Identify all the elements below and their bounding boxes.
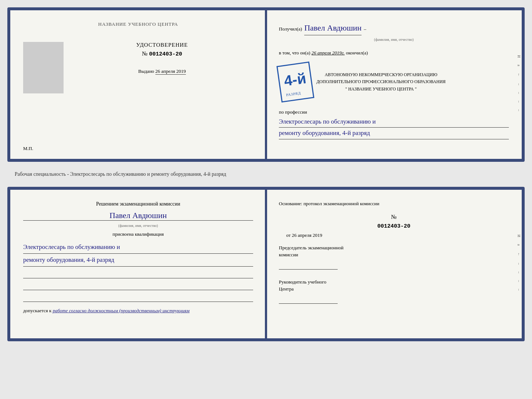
okonchil-label: окончил(а) [346, 50, 368, 56]
chairman-line2: комиссии [279, 251, 509, 259]
vtom-date: 26 апреля 2019г. [312, 50, 345, 56]
dopuskaetsya-prefix: допускается к [23, 308, 51, 313]
photo-placeholder [23, 42, 64, 93]
profession-line2: ремонту оборудования, 4-й разряд [279, 128, 509, 139]
edge-letters-bottom: И а ← – – – – [517, 235, 521, 294]
protocol-block: № 0012403-20 [279, 214, 509, 229]
dash-separator: – [364, 25, 366, 33]
vydano-line: Выдано 26 апреля 2019 [71, 68, 253, 74]
middle-text: Рабочая специальность - Электрослесарь п… [7, 168, 525, 181]
vydano-label: Выдано [138, 68, 154, 74]
vydano-date: 26 апреля 2019 [155, 68, 186, 75]
top-right-page: Получил(a) Павел Авдюшин – (фамилия, имя… [266, 10, 522, 159]
org-line3: " НАЗВАНИЕ УЧЕБНОГО ЦЕНТРА " [316, 86, 446, 93]
blank-line-2 [23, 281, 253, 290]
osnovanie-title: Основание: протокол экзаменационной коми… [279, 200, 509, 208]
org-block: АВТОНОМНУЮ НЕКОММЕРЧЕСКУЮ ОРГАНИЗАЦИЮ ДО… [316, 71, 446, 93]
top-right-content: Получил(a) Павел Авдюшин – (фамилия, имя… [279, 21, 509, 139]
doc-type-label: УДОСТОВЕРЕНИЕ [71, 42, 253, 48]
org-line1: АВТОНОМНУЮ НЕКОММЕРЧЕСКУЮ ОРГАНИЗАЦИЮ [316, 71, 446, 78]
chairman-line1: Председатель экзаменационной [279, 244, 509, 252]
stamp-area: 4-й разряд АВТОНОМНУЮ НЕКОММЕРЧЕСКУЮ ОРГ… [279, 60, 509, 104]
blank-line-1 [23, 270, 253, 278]
chairman-block: Председатель экзаменационной комиссии [279, 244, 509, 270]
doc-number-line: № 0012403-20 [71, 50, 253, 57]
prisvoena-label: присвоена квалификация [23, 231, 253, 237]
bottom-left-page: Решением экзаменационной комиссии Павел … [10, 190, 266, 338]
rukovoditel-signature-line [279, 295, 338, 304]
vtom-prefix: в том, что он(а) [279, 50, 310, 56]
top-left-page: НАЗВАНИЕ УЧЕБНОГО ЦЕНТРА УДОСТОВЕРЕНИЕ №… [10, 10, 266, 159]
protocol-prefix: № [391, 214, 396, 220]
recipient-name-bottom: Павел Авдюшин [23, 211, 253, 221]
ot-line: от 26 апреля 2019 [279, 232, 509, 238]
doc-number-prefix: № [142, 50, 147, 57]
poluchil-prefix: Получил(a) [279, 25, 302, 33]
photo-area: УДОСТОВЕРЕНИЕ № 0012403-20 Выдано 26 апр… [23, 42, 253, 93]
page-wrapper: НАЗВАНИЕ УЧЕБНОГО ЦЕНТРА УДОСТОВЕРЕНИЕ №… [7, 7, 525, 341]
blank-line-3 [23, 293, 253, 302]
stamp-box: 4-й разряд [276, 61, 314, 103]
resheniem-line1: Решением экзаменационной комиссии [96, 201, 180, 207]
org-line2: ДОПОЛНИТЕЛЬНОГО ПРОФЕССИОНАЛЬНОГО ОБРАЗО… [316, 78, 446, 85]
resheniem-title: Решением экзаменационной комиссии [23, 200, 253, 208]
ot-date: 26 апреля 2019 [292, 232, 322, 238]
rukovoditel-block: Руководитель учебного Центра [279, 278, 509, 304]
edge-letters: И а ← – – – – [517, 55, 521, 114]
fio-caption-bottom: (фамилия, имя, отчество) [23, 224, 253, 228]
stamp-number: 4-й [283, 66, 308, 93]
dopuskaetsya-value: работе согласно должностным (производств… [53, 308, 189, 313]
doc-id-block: УДОСТОВЕРЕНИЕ № 0012403-20 Выдано 26 апр… [71, 42, 253, 74]
top-left-title: НАЗВАНИЕ УЧЕБНОГО ЦЕНТРА [23, 21, 253, 27]
recipient-name-top: Павел Авдюшин [304, 21, 362, 35]
po-professii-label: по профессии [279, 108, 509, 116]
rukovoditel-line1: Руководитель учебного [279, 278, 509, 286]
protocol-number: 0012403-20 [279, 223, 509, 229]
poluchil-line: Получил(a) Павел Авдюшин – [279, 21, 509, 35]
profession-line1: Электрослесарь по обслуживанию и [279, 116, 509, 128]
rukovoditel-line2: Центра [279, 285, 509, 293]
vtom-line: в том, что он(а) 26 апреля 2019г. окончи… [279, 49, 509, 57]
top-document: НАЗВАНИЕ УЧЕБНОГО ЦЕНТРА УДОСТОВЕРЕНИЕ №… [7, 7, 525, 162]
chairman-signature-line [279, 261, 338, 270]
qual-line2: ремонту оборудования, 4-й разряд [23, 254, 253, 267]
dopuskaetsya-line: допускается к работе согласно должностны… [23, 308, 253, 314]
bottom-document: Решением экзаменационной комиссии Павел … [7, 187, 525, 341]
mp-label: М.П. [23, 146, 33, 152]
ot-prefix: от [286, 232, 291, 238]
doc-number: 0012403-20 [149, 51, 182, 57]
qual-line1: Электрослесарь по обслуживанию и [23, 241, 253, 254]
fio-caption-top: (фамилия, имя, отчество) [279, 37, 509, 43]
bottom-right-page: Основание: протокол экзаменационной коми… [266, 190, 522, 338]
